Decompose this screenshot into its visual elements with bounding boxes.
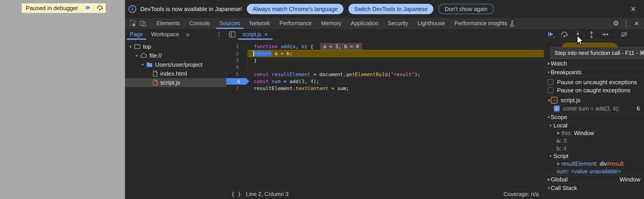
scope-prop-sum[interactable]: sum: <value unavailable>	[544, 167, 644, 175]
breakpoints-section-header[interactable]: ▼ Breakpoints	[544, 68, 644, 77]
expanded-arrow-icon[interactable]: ▼	[544, 70, 551, 74]
infobar-close-icon[interactable]: ×	[628, 4, 638, 14]
line-number[interactable]: 5	[226, 71, 248, 78]
dimmed-page-overlay: Paused in debugger	[0, 0, 125, 199]
more-tabs-icon[interactable]: »	[183, 29, 192, 40]
tab-page[interactable]: Page	[126, 29, 147, 40]
editor-status-bar: { } Line 2, Column 3 Coverage: n/a	[226, 189, 544, 199]
scope-prop-a[interactable]: a: 3	[544, 137, 644, 144]
resume-script-button[interactable]	[547, 31, 555, 38]
line-number[interactable]: 4	[226, 64, 248, 71]
line-number[interactable]: 7	[226, 85, 248, 92]
watch-section-header[interactable]: ▶ Watch	[544, 59, 644, 68]
line-number[interactable]: 2	[226, 50, 248, 57]
tab-elements[interactable]: Elements	[152, 18, 184, 29]
toolbar-separator	[609, 20, 609, 27]
device-toolbar-icon[interactable]	[138, 18, 148, 29]
expand-arrow-icon[interactable]: ▼	[140, 63, 146, 67]
breakpoint-marker[interactable]: 6	[226, 78, 249, 85]
code-editor[interactable]: 1 function add(a, b) {a = 3, b = 4 2 ret…	[226, 40, 544, 189]
scope-script-header[interactable]: ▼ Script	[544, 152, 644, 160]
scope-prop-b[interactable]: b: 4	[544, 144, 644, 152]
tab-performance[interactable]: Performance	[275, 18, 316, 29]
collapsed-arrow-icon[interactable]: ▶	[544, 177, 551, 181]
tree-item-top[interactable]: ▼ top	[125, 42, 226, 51]
scope-section-header[interactable]: ▼ Scope	[544, 113, 644, 121]
always-match-language-button[interactable]: Always match Chrome's language	[247, 4, 343, 14]
step-over-button[interactable]	[560, 31, 568, 38]
code-line-4[interactable]: 4	[226, 64, 544, 71]
code-line-7[interactable]: 7 resultElement.textContent = sum;	[226, 85, 544, 92]
debugger-sidebar: Step into next function call - F11 - ⌘ ;…	[544, 29, 644, 199]
navigator-kebab-icon[interactable]: ⋮	[212, 29, 226, 40]
breakpoint-file-group[interactable]: ▼ ‹› script.js	[544, 96, 644, 104]
info-icon: i	[128, 5, 136, 13]
switch-to-japanese-button[interactable]: Switch DevTools to Japanese	[348, 4, 434, 14]
dont-show-again-button[interactable]: Don't show again	[438, 4, 494, 14]
step-into-button[interactable]	[574, 31, 582, 38]
editor-tab-script-js[interactable]: script.js ×	[238, 29, 272, 40]
tab-sources[interactable]: Sources	[215, 18, 245, 29]
expanded-arrow-icon[interactable]: ▼	[544, 98, 551, 102]
tab-workspace[interactable]: Workspace	[147, 29, 183, 40]
tab-security[interactable]: Security	[383, 18, 413, 29]
panel-tabs: Elements Console Sources Network Perform…	[152, 18, 520, 29]
breakpoint-code: const sum = add(3, 4);	[563, 105, 637, 112]
scope-global-header[interactable]: ▶ Global Window	[544, 175, 644, 183]
deactivate-breakpoints-button[interactable]	[620, 31, 628, 38]
devtools-close-icon[interactable]: ×	[632, 18, 642, 29]
scope-prop-this[interactable]: ▶ this: Window	[544, 129, 644, 137]
expand-arrow-icon[interactable]: ▼	[128, 45, 134, 49]
tab-network[interactable]: Network	[245, 18, 275, 29]
code-line-5[interactable]: 5 const resultElement = document.getElem…	[226, 71, 544, 78]
scope-prop-resultelement[interactable]: ▶ resultElement: div#result	[544, 160, 644, 167]
inline-values-badge: a = 3, b = 4	[320, 43, 362, 50]
code-line-1[interactable]: 1 function add(a, b) {a = 3, b = 4	[226, 43, 544, 50]
tree-item-index-html[interactable]: index.html	[125, 69, 226, 78]
expanded-arrow-icon[interactable]: ▼	[544, 186, 551, 190]
pause-on-caught-row[interactable]: Pause on caught exceptions	[544, 86, 644, 94]
line-number[interactable]: 6	[226, 78, 248, 85]
settings-gear-icon[interactable]: ⚙	[611, 18, 621, 29]
step-over-banner-button[interactable]	[94, 3, 106, 13]
collapsed-arrow-icon[interactable]: ▶	[556, 131, 562, 135]
expanded-arrow-icon[interactable]: ▼	[544, 115, 551, 119]
scope-local-header[interactable]: ▼ Local	[544, 122, 644, 129]
checkbox-unchecked-icon[interactable]	[548, 79, 554, 85]
tab-lighthouse[interactable]: Lighthouse	[413, 18, 450, 29]
expanded-arrow-icon[interactable]: ▼	[548, 124, 554, 127]
code-line-3[interactable]: 3 }	[226, 57, 544, 64]
tree-item-file-protocol[interactable]: ▼ file://	[125, 51, 226, 60]
tree-item-script-js[interactable]: script.js	[125, 78, 226, 87]
breakpoint-entry-row[interactable]: ✓ const sum = add(3, 4); 6	[544, 104, 644, 113]
tab-application[interactable]: Application	[346, 18, 383, 29]
inspect-element-icon[interactable]	[128, 18, 138, 29]
pause-on-uncaught-row[interactable]: Pause on uncaught exceptions	[544, 78, 644, 86]
resume-script-button[interactable]	[82, 3, 94, 13]
step-out-button[interactable]	[588, 31, 595, 38]
checkbox-unchecked-icon[interactable]	[548, 87, 554, 93]
collapsed-arrow-icon[interactable]: ▶	[556, 162, 562, 166]
code-line-6-breakpoint[interactable]: 6 const sum = add(3, 4);	[226, 78, 544, 85]
expanded-arrow-icon[interactable]: ▼	[548, 154, 554, 158]
collapsed-arrow-icon[interactable]: ▶	[544, 62, 551, 66]
callstack-section-header[interactable]: ▼ Call Stack	[544, 184, 644, 192]
line-number[interactable]: 1	[226, 43, 248, 50]
tab-memory[interactable]: Memory	[316, 18, 346, 29]
toolbar-separator	[150, 20, 150, 27]
hide-navigator-icon[interactable]	[226, 29, 238, 40]
line-number[interactable]: 3	[226, 57, 248, 64]
resume-icon	[85, 4, 92, 12]
cursor-position-label: Line 2, Column 3	[246, 191, 288, 197]
tree-item-project-folder[interactable]: ▼ Users/user/project	[125, 60, 226, 69]
checkbox-checked-icon[interactable]: ✓	[554, 106, 560, 111]
editor-pane: script.js × 1 function add(a, b) {a = 3,…	[226, 29, 544, 199]
tab-performance-insights[interactable]: Performance insights	[450, 18, 520, 29]
tab-console[interactable]: Console	[184, 18, 215, 29]
expand-arrow-icon[interactable]: ▼	[134, 54, 140, 58]
step-button[interactable]	[601, 31, 609, 38]
kebab-menu-icon[interactable]: ⋮	[621, 18, 632, 29]
code-line-2-paused[interactable]: 2 return a + b;	[226, 50, 544, 57]
tab-close-icon[interactable]: ×	[264, 31, 268, 38]
pretty-print-icon[interactable]: { }	[231, 191, 241, 197]
